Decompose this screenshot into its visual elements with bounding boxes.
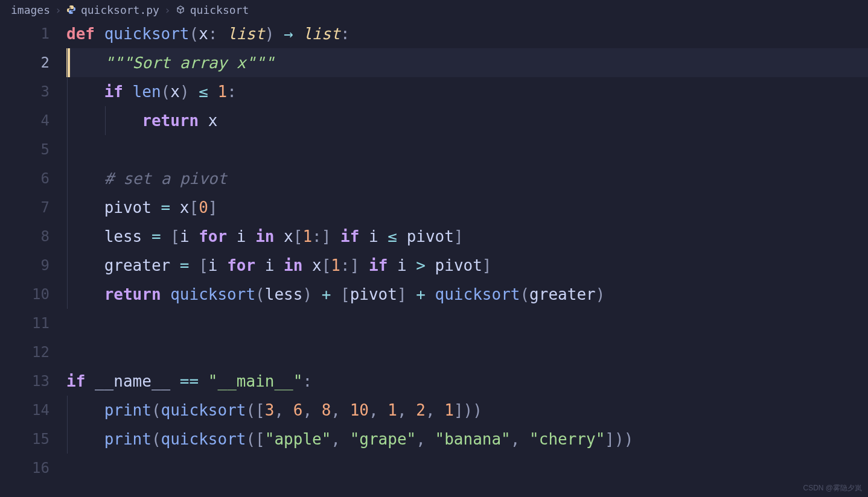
code-line[interactable]: if len(x) ≤ 1:	[66, 77, 868, 106]
function-name: quicksort	[104, 25, 190, 43]
line-number: 14	[0, 396, 49, 425]
breadcrumb[interactable]: images › quicksort.py › quicksort	[0, 0, 868, 19]
code-line[interactable]	[66, 309, 868, 338]
code-line[interactable]	[66, 135, 868, 164]
code-line[interactable]	[66, 338, 868, 367]
line-number: 16	[0, 454, 49, 483]
line-number: 13	[0, 367, 49, 396]
line-number: 6	[0, 164, 49, 193]
line-number: 4	[0, 106, 49, 135]
code-line[interactable]: return quicksort(less) + [pivot] + quick…	[66, 280, 868, 309]
comment: # set a pivot	[104, 169, 228, 188]
code-line-active[interactable]: """Sort array x"""	[66, 48, 868, 77]
code-line[interactable]: print(quicksort([3, 6, 8, 10, 1, 2, 1]))	[66, 396, 868, 425]
line-number: 15	[0, 425, 49, 454]
code-line[interactable]: def quicksort(x: list) → list:	[66, 19, 868, 48]
code-line[interactable]: return x	[66, 106, 868, 135]
line-number: 8	[0, 222, 49, 251]
line-number: 3	[0, 77, 49, 106]
chevron-right-icon: ›	[55, 2, 62, 18]
line-number: 11	[0, 309, 49, 338]
code-line[interactable]: if __name__ == "__main__":	[66, 367, 868, 396]
line-number: 1	[0, 19, 49, 48]
line-number: 7	[0, 193, 49, 222]
code-line[interactable]: print(quicksort(["apple", "grape", "bana…	[66, 425, 868, 454]
code-line[interactable]: less = [i for i in x[1:] if i ≤ pivot]	[66, 222, 868, 251]
line-gutter: 1 2 3 4 5 6 7 8 9 10 11 12 13 14 15 16	[0, 19, 66, 497]
line-number: 5	[0, 135, 49, 164]
keyword-def: def	[66, 25, 95, 43]
breadcrumb-folder[interactable]: images	[11, 2, 50, 18]
chevron-right-icon: ›	[164, 2, 171, 18]
line-number: 9	[0, 251, 49, 280]
code-line[interactable]: # set a pivot	[66, 164, 868, 193]
breadcrumb-file[interactable]: quicksort.py	[81, 2, 159, 18]
line-number: 10	[0, 280, 49, 309]
code-line[interactable]	[66, 454, 868, 483]
docstring: """Sort array x"""	[104, 54, 275, 72]
python-icon	[66, 5, 76, 14]
code-area[interactable]: def quicksort(x: list) → list: """Sort a…	[66, 19, 868, 497]
line-number: 2	[0, 48, 49, 77]
symbol-method-icon	[176, 5, 185, 14]
watermark: CSDN @雾隐夕岚	[803, 483, 862, 493]
code-line[interactable]: greater = [i for i in x[1:] if i > pivot…	[66, 251, 868, 280]
breadcrumb-symbol[interactable]: quicksort	[190, 2, 249, 18]
code-line[interactable]: pivot = x[0]	[66, 193, 868, 222]
line-number: 12	[0, 338, 49, 367]
code-editor[interactable]: 1 2 3 4 5 6 7 8 9 10 11 12 13 14 15 16 d…	[0, 19, 868, 497]
